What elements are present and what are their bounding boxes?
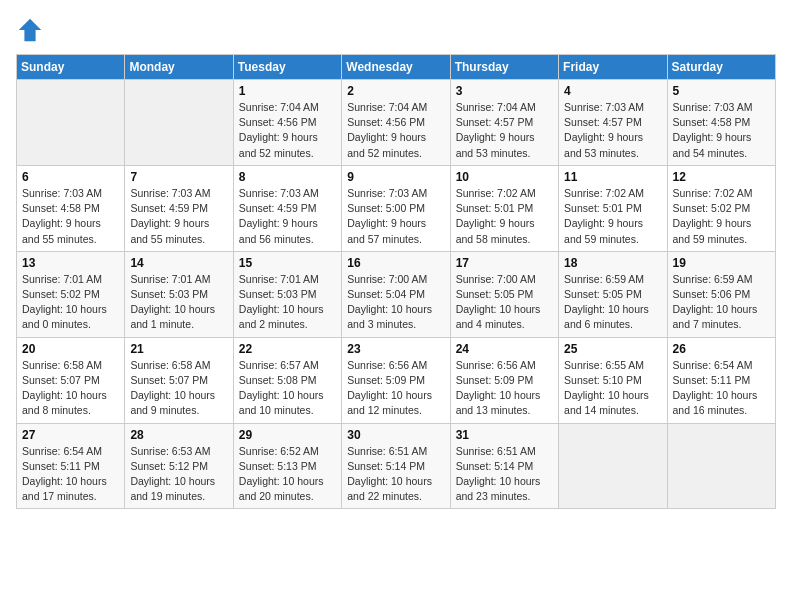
calendar-cell: 19Sunrise: 6:59 AM Sunset: 5:06 PM Dayli… xyxy=(667,251,775,337)
calendar-cell: 23Sunrise: 6:56 AM Sunset: 5:09 PM Dayli… xyxy=(342,337,450,423)
day-info: Sunrise: 7:03 AM Sunset: 5:00 PM Dayligh… xyxy=(347,186,444,247)
day-info: Sunrise: 6:54 AM Sunset: 5:11 PM Dayligh… xyxy=(22,444,119,505)
calendar-cell: 15Sunrise: 7:01 AM Sunset: 5:03 PM Dayli… xyxy=(233,251,341,337)
day-number: 24 xyxy=(456,342,553,356)
day-number: 21 xyxy=(130,342,227,356)
calendar-cell: 24Sunrise: 6:56 AM Sunset: 5:09 PM Dayli… xyxy=(450,337,558,423)
calendar-cell: 6Sunrise: 7:03 AM Sunset: 4:58 PM Daylig… xyxy=(17,165,125,251)
calendar-cell: 13Sunrise: 7:01 AM Sunset: 5:02 PM Dayli… xyxy=(17,251,125,337)
day-number: 18 xyxy=(564,256,661,270)
calendar-cell: 28Sunrise: 6:53 AM Sunset: 5:12 PM Dayli… xyxy=(125,423,233,509)
day-info: Sunrise: 7:03 AM Sunset: 4:58 PM Dayligh… xyxy=(22,186,119,247)
day-number: 5 xyxy=(673,84,770,98)
day-info: Sunrise: 7:04 AM Sunset: 4:56 PM Dayligh… xyxy=(347,100,444,161)
day-info: Sunrise: 7:00 AM Sunset: 5:05 PM Dayligh… xyxy=(456,272,553,333)
day-number: 17 xyxy=(456,256,553,270)
calendar-cell: 1Sunrise: 7:04 AM Sunset: 4:56 PM Daylig… xyxy=(233,80,341,166)
day-number: 6 xyxy=(22,170,119,184)
day-number: 16 xyxy=(347,256,444,270)
day-info: Sunrise: 6:57 AM Sunset: 5:08 PM Dayligh… xyxy=(239,358,336,419)
calendar-cell: 17Sunrise: 7:00 AM Sunset: 5:05 PM Dayli… xyxy=(450,251,558,337)
day-number: 4 xyxy=(564,84,661,98)
calendar-week-row: 6Sunrise: 7:03 AM Sunset: 4:58 PM Daylig… xyxy=(17,165,776,251)
day-info: Sunrise: 6:54 AM Sunset: 5:11 PM Dayligh… xyxy=(673,358,770,419)
day-number: 19 xyxy=(673,256,770,270)
day-number: 12 xyxy=(673,170,770,184)
day-number: 28 xyxy=(130,428,227,442)
calendar-cell xyxy=(125,80,233,166)
calendar-week-row: 27Sunrise: 6:54 AM Sunset: 5:11 PM Dayli… xyxy=(17,423,776,509)
calendar-cell: 26Sunrise: 6:54 AM Sunset: 5:11 PM Dayli… xyxy=(667,337,775,423)
calendar-cell xyxy=(559,423,667,509)
day-info: Sunrise: 7:03 AM Sunset: 4:58 PM Dayligh… xyxy=(673,100,770,161)
day-number: 15 xyxy=(239,256,336,270)
day-number: 20 xyxy=(22,342,119,356)
day-info: Sunrise: 6:51 AM Sunset: 5:14 PM Dayligh… xyxy=(456,444,553,505)
calendar-cell: 18Sunrise: 6:59 AM Sunset: 5:05 PM Dayli… xyxy=(559,251,667,337)
logo-icon xyxy=(16,16,44,44)
calendar-cell xyxy=(17,80,125,166)
day-header-wednesday: Wednesday xyxy=(342,55,450,80)
calendar-cell: 2Sunrise: 7:04 AM Sunset: 4:56 PM Daylig… xyxy=(342,80,450,166)
calendar-cell: 11Sunrise: 7:02 AM Sunset: 5:01 PM Dayli… xyxy=(559,165,667,251)
day-info: Sunrise: 6:52 AM Sunset: 5:13 PM Dayligh… xyxy=(239,444,336,505)
calendar-cell: 31Sunrise: 6:51 AM Sunset: 5:14 PM Dayli… xyxy=(450,423,558,509)
calendar-cell: 4Sunrise: 7:03 AM Sunset: 4:57 PM Daylig… xyxy=(559,80,667,166)
day-info: Sunrise: 7:03 AM Sunset: 4:59 PM Dayligh… xyxy=(130,186,227,247)
day-number: 29 xyxy=(239,428,336,442)
logo xyxy=(16,16,48,44)
day-header-thursday: Thursday xyxy=(450,55,558,80)
day-number: 11 xyxy=(564,170,661,184)
calendar-header-row: SundayMondayTuesdayWednesdayThursdayFrid… xyxy=(17,55,776,80)
calendar-week-row: 1Sunrise: 7:04 AM Sunset: 4:56 PM Daylig… xyxy=(17,80,776,166)
calendar-cell: 7Sunrise: 7:03 AM Sunset: 4:59 PM Daylig… xyxy=(125,165,233,251)
day-info: Sunrise: 7:00 AM Sunset: 5:04 PM Dayligh… xyxy=(347,272,444,333)
calendar-cell: 10Sunrise: 7:02 AM Sunset: 5:01 PM Dayli… xyxy=(450,165,558,251)
day-info: Sunrise: 6:51 AM Sunset: 5:14 PM Dayligh… xyxy=(347,444,444,505)
day-info: Sunrise: 7:02 AM Sunset: 5:02 PM Dayligh… xyxy=(673,186,770,247)
day-number: 27 xyxy=(22,428,119,442)
calendar: SundayMondayTuesdayWednesdayThursdayFrid… xyxy=(16,54,776,509)
day-info: Sunrise: 6:56 AM Sunset: 5:09 PM Dayligh… xyxy=(347,358,444,419)
calendar-cell: 9Sunrise: 7:03 AM Sunset: 5:00 PM Daylig… xyxy=(342,165,450,251)
day-header-friday: Friday xyxy=(559,55,667,80)
day-header-saturday: Saturday xyxy=(667,55,775,80)
day-info: Sunrise: 7:02 AM Sunset: 5:01 PM Dayligh… xyxy=(564,186,661,247)
calendar-cell: 29Sunrise: 6:52 AM Sunset: 5:13 PM Dayli… xyxy=(233,423,341,509)
day-info: Sunrise: 7:01 AM Sunset: 5:02 PM Dayligh… xyxy=(22,272,119,333)
day-number: 8 xyxy=(239,170,336,184)
page-header xyxy=(16,16,776,44)
day-number: 30 xyxy=(347,428,444,442)
calendar-cell: 30Sunrise: 6:51 AM Sunset: 5:14 PM Dayli… xyxy=(342,423,450,509)
day-info: Sunrise: 6:59 AM Sunset: 5:06 PM Dayligh… xyxy=(673,272,770,333)
calendar-cell: 12Sunrise: 7:02 AM Sunset: 5:02 PM Dayli… xyxy=(667,165,775,251)
calendar-cell: 5Sunrise: 7:03 AM Sunset: 4:58 PM Daylig… xyxy=(667,80,775,166)
day-number: 31 xyxy=(456,428,553,442)
day-info: Sunrise: 6:59 AM Sunset: 5:05 PM Dayligh… xyxy=(564,272,661,333)
calendar-cell: 3Sunrise: 7:04 AM Sunset: 4:57 PM Daylig… xyxy=(450,80,558,166)
day-number: 23 xyxy=(347,342,444,356)
day-number: 7 xyxy=(130,170,227,184)
calendar-cell: 21Sunrise: 6:58 AM Sunset: 5:07 PM Dayli… xyxy=(125,337,233,423)
day-number: 25 xyxy=(564,342,661,356)
calendar-cell: 8Sunrise: 7:03 AM Sunset: 4:59 PM Daylig… xyxy=(233,165,341,251)
day-header-monday: Monday xyxy=(125,55,233,80)
day-number: 1 xyxy=(239,84,336,98)
day-header-sunday: Sunday xyxy=(17,55,125,80)
calendar-cell: 20Sunrise: 6:58 AM Sunset: 5:07 PM Dayli… xyxy=(17,337,125,423)
calendar-cell xyxy=(667,423,775,509)
day-info: Sunrise: 7:02 AM Sunset: 5:01 PM Dayligh… xyxy=(456,186,553,247)
calendar-cell: 22Sunrise: 6:57 AM Sunset: 5:08 PM Dayli… xyxy=(233,337,341,423)
day-header-tuesday: Tuesday xyxy=(233,55,341,80)
day-info: Sunrise: 7:04 AM Sunset: 4:56 PM Dayligh… xyxy=(239,100,336,161)
calendar-week-row: 13Sunrise: 7:01 AM Sunset: 5:02 PM Dayli… xyxy=(17,251,776,337)
day-info: Sunrise: 6:56 AM Sunset: 5:09 PM Dayligh… xyxy=(456,358,553,419)
day-number: 2 xyxy=(347,84,444,98)
day-info: Sunrise: 6:55 AM Sunset: 5:10 PM Dayligh… xyxy=(564,358,661,419)
day-number: 26 xyxy=(673,342,770,356)
day-info: Sunrise: 6:58 AM Sunset: 5:07 PM Dayligh… xyxy=(22,358,119,419)
day-number: 14 xyxy=(130,256,227,270)
svg-marker-0 xyxy=(19,19,41,41)
day-info: Sunrise: 7:01 AM Sunset: 5:03 PM Dayligh… xyxy=(239,272,336,333)
day-info: Sunrise: 7:04 AM Sunset: 4:57 PM Dayligh… xyxy=(456,100,553,161)
